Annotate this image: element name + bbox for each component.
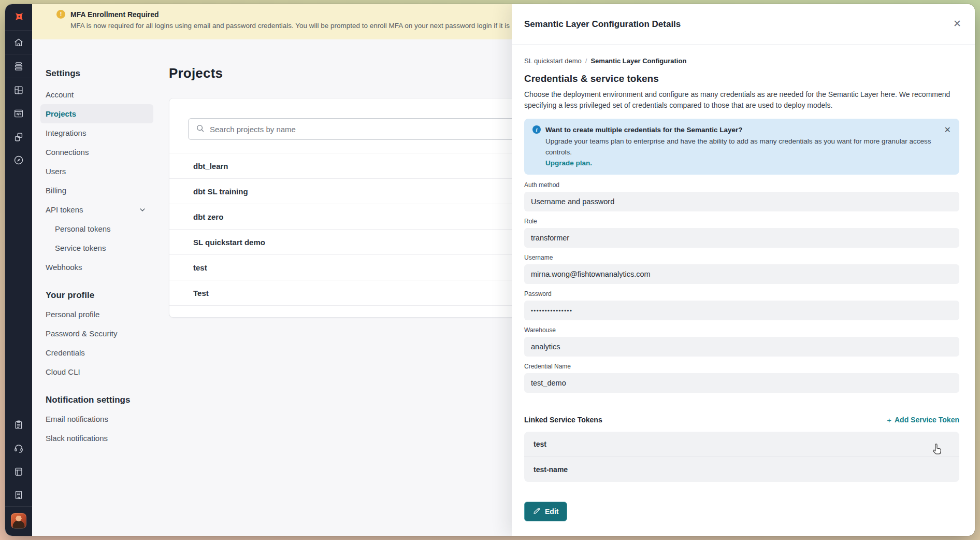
organization-icon[interactable]: [5, 483, 32, 506]
field-label: Auth method: [524, 181, 959, 189]
sidebar-item-slack-notifications[interactable]: Slack notifications: [40, 429, 153, 448]
password-field[interactable]: •••••••••••••••: [524, 301, 959, 320]
sidebar-item-cloud-cli[interactable]: Cloud CLI: [40, 362, 153, 381]
settings-nav-heading: Settings: [46, 68, 165, 79]
sidebar-item-personal-profile[interactable]: Personal profile: [40, 305, 153, 324]
upgrade-info-banner: i Want to create multiple credentials fo…: [524, 119, 959, 175]
dbt-logo[interactable]: [5, 4, 32, 30]
add-service-token-button[interactable]: + Add Service Token: [887, 416, 959, 424]
sidebar-item-users[interactable]: Users: [40, 162, 153, 181]
home-icon[interactable]: [5, 31, 32, 54]
deploy-icon[interactable]: [5, 54, 32, 78]
close-icon[interactable]: ✕: [944, 125, 951, 135]
credentials-form: Auth method Username and password Role t…: [524, 181, 959, 393]
project-row[interactable]: SL quickstart demo: [169, 229, 567, 254]
project-row[interactable]: Test: [169, 280, 567, 305]
sidebar-item-projects[interactable]: Projects: [40, 104, 153, 123]
info-banner-body: Upgrade your teams plan to enterprise an…: [545, 136, 951, 158]
search-input[interactable]: [210, 125, 522, 134]
field-label: Role: [524, 218, 959, 225]
close-icon[interactable]: ✕: [953, 19, 961, 29]
projects-icon[interactable]: [5, 125, 32, 148]
explore-icon[interactable]: [5, 148, 32, 172]
field-label: Credential Name: [524, 363, 959, 370]
sidebar-item-password-security[interactable]: Password & Security: [40, 324, 153, 343]
edit-button[interactable]: Edit: [524, 502, 567, 521]
sidebar-item-credentials[interactable]: Credentials: [40, 343, 153, 362]
settings-nav: Settings Account Projects Integrations C…: [32, 39, 165, 536]
warning-icon: !: [56, 10, 65, 19]
breadcrumb-separator: /: [585, 57, 587, 65]
info-banner-title: Want to create multiple credentials for …: [545, 126, 743, 134]
sidebar-item-email-notifications[interactable]: Email notifications: [40, 409, 153, 429]
sidebar-item-service-tokens[interactable]: Service tokens: [40, 238, 153, 258]
notifications-section-heading: Notification settings: [46, 395, 165, 405]
project-row[interactable]: dbt zero: [169, 204, 567, 229]
mfa-banner-title: MFA Enrollment Required: [70, 10, 159, 19]
linked-tokens-heading: Linked Service Tokens: [524, 416, 602, 424]
profile-section-heading: Your profile: [46, 290, 165, 301]
credentials-description: Choose the deployment environment and co…: [524, 89, 959, 111]
info-icon: i: [532, 125, 541, 134]
sidebar-item-webhooks[interactable]: Webhooks: [40, 258, 153, 277]
panel-body: SL quickstart demo / Semantic Layer Conf…: [512, 45, 975, 536]
project-search[interactable]: [188, 118, 530, 140]
project-row[interactable]: dbt_learn: [169, 153, 567, 178]
sidebar-item-integrations[interactable]: Integrations: [40, 123, 153, 143]
breadcrumb: SL quickstart demo / Semantic Layer Conf…: [524, 57, 959, 65]
panel-title: Semantic Layer Configuration Details: [524, 19, 681, 30]
chevron-down-icon: [139, 206, 146, 214]
search-icon: [196, 124, 205, 135]
divider: [169, 305, 567, 306]
divider: [5, 506, 32, 507]
linked-tokens-header: Linked Service Tokens + Add Service Toke…: [524, 416, 959, 424]
role-field[interactable]: transformer: [524, 228, 959, 248]
breadcrumb-current: Semantic Layer Configuration: [590, 57, 686, 65]
credentials-heading: Credentials & service tokens: [524, 73, 959, 84]
credential-name-field[interactable]: test_demo: [524, 373, 959, 393]
upgrade-plan-link[interactable]: Upgrade plan.: [545, 159, 592, 167]
panel-header: Semantic Layer Configuration Details ✕: [512, 4, 975, 45]
token-row[interactable]: test: [524, 432, 959, 457]
warehouse-field[interactable]: analytics: [524, 337, 959, 357]
sidebar-item-personal-tokens[interactable]: Personal tokens: [40, 219, 153, 238]
project-list: dbt_learn dbt SL training dbt zero SL qu…: [169, 153, 567, 306]
breadcrumb-project[interactable]: SL quickstart demo: [524, 57, 582, 65]
projects-card: dbt_learn dbt SL training dbt zero SL qu…: [169, 98, 568, 318]
sidebar-item-account[interactable]: Account: [40, 85, 153, 104]
support-icon[interactable]: [5, 436, 32, 460]
auth-method-field[interactable]: Username and password: [524, 192, 959, 211]
develop-icon[interactable]: [5, 102, 32, 125]
dashboard-icon[interactable]: [5, 78, 32, 102]
semantic-layer-panel: Semantic Layer Configuration Details ✕ S…: [512, 4, 975, 536]
token-row[interactable]: test-name: [524, 457, 959, 482]
tasks-icon[interactable]: [5, 413, 32, 436]
field-label: Warehouse: [524, 326, 959, 334]
project-row[interactable]: test: [169, 254, 567, 280]
pencil-icon: [533, 507, 541, 516]
sidebar-item-connections[interactable]: Connections: [40, 143, 153, 162]
project-row[interactable]: dbt SL training: [169, 178, 567, 204]
username-field[interactable]: mirna.wong@fishtownanalytics.com: [524, 264, 959, 284]
plus-icon: +: [887, 416, 891, 424]
field-label: Username: [524, 254, 959, 261]
user-avatar[interactable]: [11, 513, 26, 529]
sidebar-item-billing[interactable]: Billing: [40, 181, 153, 200]
docs-icon[interactable]: [5, 460, 32, 483]
sidebar-item-api-tokens[interactable]: API tokens: [40, 200, 153, 219]
icon-rail: [5, 4, 32, 536]
linked-tokens-list: test test-name: [524, 432, 959, 482]
app-window: ! MFA Enrollment Required MFA is now req…: [5, 4, 975, 536]
field-label: Password: [524, 290, 959, 297]
